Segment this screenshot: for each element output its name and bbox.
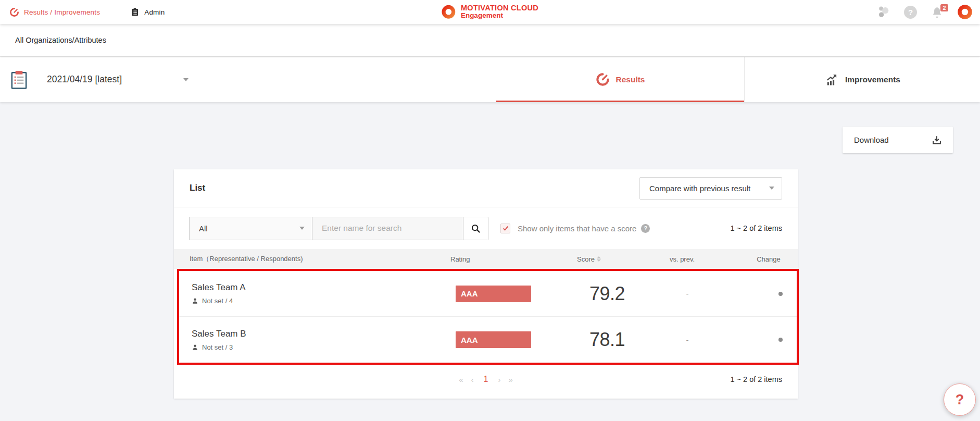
compare-dropdown[interactable]: Compare with previous result <box>639 177 782 200</box>
logo-subtitle: Engagement <box>461 13 538 20</box>
survey-clipboard-icon <box>9 69 29 91</box>
row-score: 79.2 <box>547 283 630 305</box>
row-score: 78.1 <box>547 329 630 351</box>
nav-results-label: Results / Improvements <box>24 8 100 16</box>
compare-dropdown-label: Compare with previous result <box>649 184 750 193</box>
search-button[interactable] <box>463 217 488 240</box>
table-row[interactable]: Sales Team A Not set / 4 AAA 79.2 - <box>179 271 797 317</box>
row-meta-label: Not set / 3 <box>202 343 233 351</box>
list-panel: List Compare with previous result All Sh… <box>174 169 798 399</box>
chart-up-icon <box>824 72 839 87</box>
logo-donut-icon <box>442 5 456 19</box>
survey-tab-bar: 2021/04/19 [latest] Results Improvements <box>0 56 980 102</box>
help-icon[interactable]: ? <box>904 6 917 19</box>
column-rating: Rating <box>450 255 542 263</box>
download-label: Download <box>854 135 889 144</box>
change-dot-icon <box>778 292 783 296</box>
caret-down-icon <box>769 187 774 190</box>
change-dot-icon <box>778 338 783 342</box>
app-window: Results / Improvements Admin MOTIVATION … <box>0 0 980 421</box>
page-first-button[interactable]: « <box>459 375 463 384</box>
pagination: « ‹ 1 › » 1 ~ 2 of 2 items <box>174 365 798 394</box>
avatar-donut-icon[interactable] <box>957 4 973 20</box>
column-vs-prev: vs. prev. <box>625 255 739 263</box>
person-icon <box>192 344 198 351</box>
gauge-icon <box>9 7 19 17</box>
score-filter-label: Show only items that have a score <box>518 224 636 233</box>
nav-results-improvements[interactable]: Results / Improvements <box>9 7 100 17</box>
tab-results-label: Results <box>616 75 645 84</box>
bell-icon[interactable]: 2 <box>931 6 944 19</box>
survey-date-select[interactable]: 2021/04/19 [latest] <box>0 57 224 102</box>
row-vs-prev: - <box>630 289 745 298</box>
table-row[interactable]: Sales Team B Not set / 3 AAA 78.1 - <box>179 317 797 363</box>
page-prev-button[interactable]: ‹ <box>471 375 474 384</box>
sort-icon <box>597 256 601 262</box>
rating-badge: AAA <box>456 286 531 302</box>
search-icon <box>470 223 481 234</box>
items-count: 1 ~ 2 of 2 items <box>730 375 798 383</box>
column-score[interactable]: Score <box>542 255 625 263</box>
apps-cluster-icon[interactable] <box>875 4 890 20</box>
annotation-highlight-box: Sales Team A Not set / 4 AAA 79.2 - Sale… <box>177 269 799 365</box>
rating-badge: AAA <box>456 331 531 348</box>
clipboard-icon <box>130 7 140 17</box>
page-current[interactable]: 1 <box>482 375 491 384</box>
survey-date-label: 2021/04/19 [latest] <box>47 74 122 85</box>
items-count: 1 ~ 2 of 2 items <box>730 224 782 232</box>
logo-title: MOTIVATION CLOUD <box>461 4 538 12</box>
column-change: Change <box>739 255 798 263</box>
help-fab-button[interactable]: ? <box>944 383 976 416</box>
caret-down-icon <box>299 227 305 230</box>
row-change <box>745 292 797 296</box>
top-navigation-bar: Results / Improvements Admin MOTIVATION … <box>0 0 980 24</box>
category-dropdown-label: All <box>199 224 208 233</box>
filter-row: All Show only items that have a score ? … <box>174 207 798 249</box>
page-last-button[interactable]: » <box>508 375 512 384</box>
page-next-button[interactable]: › <box>498 375 500 384</box>
caret-down-icon <box>183 78 189 81</box>
row-name: Sales Team A <box>192 282 456 293</box>
download-icon <box>931 134 943 146</box>
panel-title: List <box>190 183 205 193</box>
person-icon <box>192 298 198 304</box>
row-meta-label: Not set / 4 <box>202 297 233 305</box>
download-button[interactable]: Download <box>843 127 953 153</box>
table-header: Item（Representative / Respondents) Ratin… <box>174 249 798 269</box>
tab-improvements-label: Improvements <box>845 75 900 84</box>
score-filter-checkbox[interactable] <box>500 224 510 233</box>
row-vs-prev: - <box>630 336 745 344</box>
notification-badge: 2 <box>940 4 948 11</box>
active-tab-underline <box>496 101 744 102</box>
nav-admin[interactable]: Admin <box>130 7 165 17</box>
search-input[interactable] <box>312 217 463 240</box>
row-change <box>745 338 797 342</box>
breadcrumb-bar: All Organizations/Attributes <box>0 24 980 56</box>
category-dropdown[interactable]: All <box>189 217 312 240</box>
gauge-icon <box>596 72 610 86</box>
filter-help-icon[interactable]: ? <box>641 224 650 233</box>
tab-improvements[interactable]: Improvements <box>744 57 980 102</box>
column-item: Item（Representative / Respondents) <box>174 254 450 264</box>
tab-results[interactable]: Results <box>496 57 744 102</box>
brand-logo: MOTIVATION CLOUD Engagement <box>442 4 538 19</box>
breadcrumb: All Organizations/Attributes <box>15 36 106 44</box>
nav-admin-label: Admin <box>144 8 165 16</box>
row-name: Sales Team B <box>192 329 456 339</box>
